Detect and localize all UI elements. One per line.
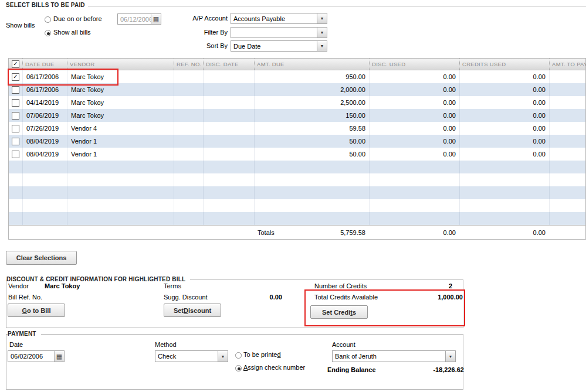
calendar-icon[interactable]: ▦: [151, 14, 161, 24]
bill-row[interactable]: 08/04/2019Vendor 150.000.000.00: [9, 135, 585, 148]
bill-date-due[interactable]: 07/06/2019: [22, 109, 67, 122]
chevron-down-icon[interactable]: ▼: [445, 351, 455, 362]
bill-amt-to-pay[interactable]: [549, 122, 586, 135]
payment-date-value[interactable]: 06/02/2006: [8, 351, 54, 362]
bill-amt-due[interactable]: 59.58: [254, 122, 369, 135]
bill-row[interactable]: 08/04/2019Vendor 150.000.000.00: [9, 148, 585, 161]
bill-amt-due[interactable]: 2,500.00: [254, 96, 369, 109]
set-discount-button[interactable]: Set Discount: [164, 304, 221, 317]
bill-amt-due[interactable]: 950.00: [254, 70, 369, 83]
bill-disc-date[interactable]: [203, 135, 254, 148]
bill-checkbox-cell[interactable]: [9, 83, 22, 96]
bill-checkbox-cell[interactable]: [9, 122, 22, 135]
bill-credits-used[interactable]: 0.00: [459, 135, 549, 148]
show-all-bills-radio[interactable]: [45, 30, 51, 36]
bill-disc-used[interactable]: 0.00: [369, 122, 459, 135]
payment-date-field[interactable]: 06/02/2006 ▦: [8, 350, 65, 362]
bill-select-checkbox[interactable]: [12, 138, 19, 145]
due-on-or-before-label[interactable]: Due on or before: [53, 15, 102, 22]
chevron-down-icon[interactable]: ▼: [218, 351, 228, 362]
due-date-field[interactable]: 06/12/2006 ▦: [117, 13, 161, 25]
bill-disc-used[interactable]: 0.00: [369, 109, 459, 122]
bill-vendor[interactable]: Marc Tokoy: [67, 70, 174, 83]
bill-row[interactable]: 07/26/2019Vendor 459.580.000.00: [9, 122, 585, 135]
bill-amt-due[interactable]: 50.00: [254, 148, 369, 161]
show-all-bills-label[interactable]: Show all bills: [53, 29, 91, 36]
bill-amt-to-pay[interactable]: [549, 135, 586, 148]
bill-select-checkbox[interactable]: [12, 112, 19, 120]
bill-credits-used[interactable]: 0.00: [459, 122, 549, 135]
bill-disc-used[interactable]: 0.00: [369, 148, 459, 161]
bill-amt-to-pay[interactable]: [549, 96, 586, 109]
bill-ref-no[interactable]: [174, 109, 203, 122]
bill-vendor[interactable]: Vendor 1: [67, 148, 174, 161]
bill-row[interactable]: ✓06/17/2006Marc Tokoy950.000.000.00: [9, 70, 585, 83]
bill-disc-date[interactable]: [203, 122, 254, 135]
bill-amt-to-pay[interactable]: [549, 70, 586, 83]
bill-date-due[interactable]: 06/17/2006: [22, 70, 67, 83]
bill-ref-no[interactable]: [174, 70, 203, 83]
bill-disc-used[interactable]: 0.00: [369, 96, 459, 109]
bill-disc-used[interactable]: 0.00: [369, 83, 459, 96]
bill-credits-used[interactable]: 0.00: [459, 96, 549, 109]
to-be-printed-label[interactable]: To be printed: [243, 351, 281, 358]
bill-select-checkbox[interactable]: [12, 151, 19, 158]
bill-credits-used[interactable]: 0.00: [459, 148, 549, 161]
bill-credits-used[interactable]: 0.00: [459, 83, 549, 96]
bill-vendor[interactable]: Marc Tokoy: [67, 83, 174, 96]
bill-select-checkbox[interactable]: [12, 86, 19, 94]
bill-select-checkbox[interactable]: [12, 125, 19, 132]
bill-disc-used[interactable]: 0.00: [369, 70, 459, 83]
filter-by-dropdown[interactable]: ▼: [231, 27, 327, 38]
bill-select-checkbox[interactable]: ✓: [12, 73, 19, 81]
to-be-printed-radio[interactable]: [235, 352, 242, 359]
bill-disc-date[interactable]: [203, 148, 254, 161]
calendar-icon[interactable]: ▦: [54, 351, 64, 362]
bill-disc-date[interactable]: [203, 109, 254, 122]
bill-date-due[interactable]: 08/04/2019: [22, 148, 67, 161]
bill-vendor[interactable]: Vendor 4: [67, 122, 174, 135]
ap-account-dropdown[interactable]: Accounts Payable ▼: [231, 13, 327, 24]
chevron-down-icon[interactable]: ▼: [317, 28, 327, 38]
bill-date-due[interactable]: 06/17/2006: [22, 83, 67, 96]
bill-disc-date[interactable]: [203, 70, 254, 83]
bill-amt-to-pay[interactable]: [549, 148, 586, 161]
bill-ref-no[interactable]: [174, 96, 203, 109]
bill-checkbox-cell[interactable]: [9, 135, 22, 148]
bill-row[interactable]: 06/17/2006Marc Tokoy2,000.000.000.00: [9, 83, 585, 96]
due-date-value[interactable]: 06/12/2006: [118, 14, 151, 24]
account-dropdown[interactable]: Bank of Jeruth ▼: [332, 350, 456, 362]
bill-ref-no[interactable]: [174, 122, 203, 135]
bill-credits-used[interactable]: 0.00: [459, 109, 549, 122]
go-to-bill-button[interactable]: Go to Bill: [8, 304, 65, 317]
bill-amt-due[interactable]: 150.00: [254, 109, 369, 122]
bill-vendor[interactable]: Marc Tokoy: [67, 109, 174, 122]
bill-amt-due[interactable]: 50.00: [254, 135, 369, 148]
bill-disc-used[interactable]: 0.00: [369, 135, 459, 148]
bill-checkbox-cell[interactable]: [9, 96, 22, 109]
bill-ref-no[interactable]: [174, 83, 203, 96]
assign-check-number-radio[interactable]: [235, 365, 242, 371]
select-all-checkbox[interactable]: ✓: [12, 60, 19, 68]
bill-disc-date[interactable]: [203, 96, 254, 109]
bill-ref-no[interactable]: [174, 148, 203, 161]
bill-amt-to-pay[interactable]: [549, 83, 586, 96]
method-dropdown[interactable]: Check ▼: [155, 350, 228, 362]
bill-date-due[interactable]: 08/04/2019: [22, 135, 67, 148]
bill-date-due[interactable]: 07/26/2019: [22, 122, 67, 135]
bill-checkbox-cell[interactable]: [9, 148, 22, 161]
bill-row[interactable]: 04/14/2019Marc Tokoy2,500.000.000.00: [9, 96, 585, 109]
bill-checkbox-cell[interactable]: ✓: [9, 70, 22, 83]
bill-select-checkbox[interactable]: [12, 99, 19, 107]
assign-check-number-label[interactable]: Assign check number: [243, 364, 305, 371]
bill-vendor[interactable]: Marc Tokoy: [67, 96, 174, 109]
due-on-or-before-radio[interactable]: [45, 16, 51, 23]
bill-row[interactable]: 07/06/2019Marc Tokoy150.000.000.00: [9, 109, 585, 122]
sort-by-dropdown[interactable]: Due Date ▼: [231, 40, 327, 52]
bill-disc-date[interactable]: [203, 83, 254, 96]
bill-ref-no[interactable]: [174, 135, 203, 148]
bill-date-due[interactable]: 04/14/2019: [22, 96, 67, 109]
bill-amt-to-pay[interactable]: [549, 109, 586, 122]
clear-selections-button[interactable]: Clear Selections: [6, 251, 77, 265]
bill-vendor[interactable]: Vendor 1: [67, 135, 174, 148]
